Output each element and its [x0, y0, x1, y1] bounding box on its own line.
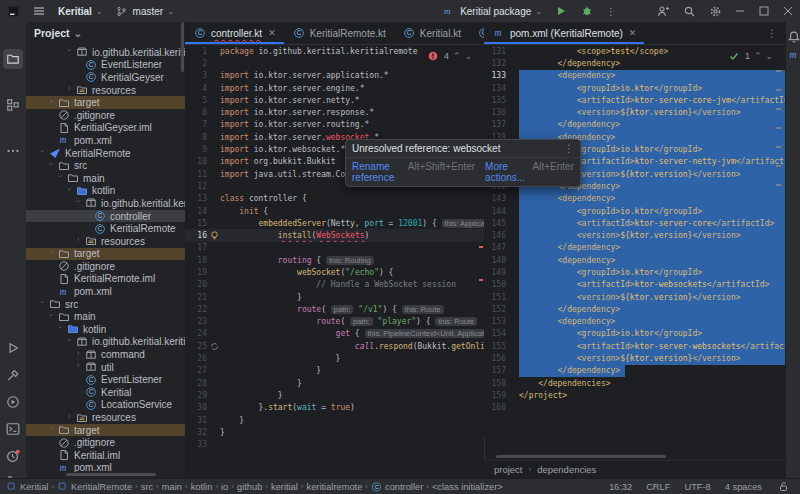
tree-item[interactable]: Keritial.iml — [26, 449, 185, 462]
code-line[interactable]: 7import io.ktor.server.routing.* — [185, 119, 484, 131]
status-breadcrumb-item[interactable]: src — [141, 482, 153, 492]
tree-item[interactable]: util — [26, 361, 185, 374]
code-line[interactable]: 159</project> — [484, 389, 785, 401]
selection-stripe-mark[interactable] — [776, 165, 781, 167]
tooltip-action-link[interactable]: More actions... — [485, 161, 527, 183]
maximize-button[interactable] — [752, 0, 776, 22]
chevron-down-icon[interactable] — [39, 300, 49, 308]
code-line[interactable]: 26 } — [185, 352, 484, 364]
next-problem-icon[interactable]: ⌄ — [464, 51, 472, 61]
suspend-call-gutter-icon[interactable] — [209, 341, 220, 352]
tree-item[interactable]: mpom.xml — [26, 285, 185, 298]
tree-item[interactable]: target — [26, 96, 185, 109]
tree-item[interactable]: src — [26, 298, 185, 311]
xml-breadcrumb-item[interactable]: project — [494, 464, 523, 475]
close-tab-icon[interactable]: ✕ — [629, 28, 637, 38]
tree-item[interactable]: resources — [26, 411, 185, 424]
tree-vertical-scrollbar[interactable] — [181, 22, 184, 72]
editor-tab[interactable]: mpom.xml (KeritialRemote)✕ — [484, 22, 644, 44]
tooltip-action-link[interactable]: Rename reference — [352, 161, 403, 183]
prev-problem-icon[interactable]: ⌃ — [453, 51, 461, 61]
code-line[interactable]: 134 <groupId>io.ktor</groupId> — [484, 82, 785, 94]
chevron-down-icon[interactable] — [75, 199, 85, 207]
code-line[interactable]: 24 get { this: PipelineContext<Unit, App… — [185, 328, 484, 340]
run-button[interactable] — [548, 0, 574, 22]
code-with-me-button[interactable] — [650, 0, 676, 22]
encoding-widget[interactable]: UTF-8 — [684, 482, 710, 492]
selection-stripe-mark[interactable] — [776, 70, 781, 72]
tree-item[interactable]: mpom.xml — [26, 134, 185, 147]
tree-item[interactable]: CKeritial — [26, 386, 185, 399]
tool-window-button-build[interactable] — [3, 365, 23, 385]
error-stripe-mark[interactable] — [479, 279, 483, 281]
settings-button[interactable] — [702, 0, 728, 22]
selection-stripe-mark[interactable] — [776, 108, 781, 110]
code-line[interactable]: 6import io.ktor.server.response.* — [185, 106, 484, 118]
unlock-icon[interactable] — [776, 480, 790, 494]
status-breadcrumb-item[interactable]: keritial — [271, 482, 298, 492]
indent-widget[interactable]: 4 spaces — [725, 482, 762, 492]
run-configuration-widget[interactable]: mKeritial package⌄ — [436, 0, 548, 22]
chevron-right-icon[interactable] — [66, 86, 76, 94]
project-panel-header[interactable]: Project⌄ — [26, 22, 185, 44]
code-line[interactable]: 19 webSocket("/echo") { — [185, 266, 484, 278]
code-line[interactable]: 146 <version>${ktor.version}</version> — [484, 229, 785, 241]
editor-tab[interactable]: CKeritial.kt — [394, 22, 469, 44]
code-line[interactable]: 137 </dependency> — [484, 119, 785, 131]
chevron-down-icon[interactable] — [57, 325, 67, 333]
chevron-down-icon[interactable] — [66, 338, 76, 346]
code-line[interactable]: 25 call.respond(Bukkit.getOnlinePlayers — [185, 340, 484, 352]
code-line[interactable]: 160 — [484, 402, 785, 414]
chevron-down-icon[interactable] — [66, 187, 76, 195]
code-line[interactable]: 136 <version>${ktor.version}</version> — [484, 106, 785, 118]
code-line[interactable]: 27 } — [185, 365, 484, 377]
code-line[interactable]: 154 <groupId>io.ktor</groupId> — [484, 328, 785, 340]
status-breadcrumb-item[interactable]: keritialremote — [307, 482, 363, 492]
tree-item[interactable]: mpom.xml — [26, 462, 185, 472]
code-line[interactable]: 157 </dependency> — [484, 365, 785, 377]
code-line[interactable]: 21 } — [185, 291, 484, 303]
tool-window-button-profiler[interactable] — [3, 446, 23, 466]
code-line[interactable]: 133 <dependency> — [484, 70, 785, 82]
chevron-right-icon[interactable] — [66, 414, 76, 422]
tab-options-kebab[interactable]: ⋮ — [759, 22, 785, 44]
tool-window-button-maven[interactable]: m — [784, 45, 800, 65]
inspections-widget[interactable]: 4 ⌃ ⌄ — [422, 48, 476, 64]
chevron-right-icon[interactable] — [48, 250, 58, 258]
tree-item[interactable]: CLocationService — [26, 399, 185, 412]
tree-item[interactable]: KeritialGeyser.iml — [26, 122, 185, 135]
tool-window-button-services[interactable] — [3, 392, 23, 412]
code-line[interactable]: 148 <dependency> — [484, 254, 785, 266]
code-line[interactable]: 15 embeddedServer(Netty, port = 12001) {… — [185, 217, 484, 229]
code-line[interactable]: 151 <version>${ktor.version}</version> — [484, 291, 785, 303]
editor-horizontal-scrollbar[interactable] — [496, 455, 666, 458]
left-editor-code-area[interactable]: 1package io.github.keritial.keritialremo… — [185, 45, 484, 478]
code-line[interactable]: 4import io.ktor.server.engine.* — [185, 82, 484, 94]
selection-stripe-mark[interactable] — [776, 127, 781, 129]
tree-item[interactable]: main — [26, 310, 185, 323]
code-line[interactable]: 153 <dependency> — [484, 316, 785, 328]
editor-tab[interactable]: CKeritialRemote.kt — [284, 22, 394, 44]
status-breadcrumb-item[interactable]: io — [221, 482, 228, 492]
code-line[interactable]: 23 route( path: "player") { this: Route — [185, 316, 484, 328]
code-line[interactable]: 17 — [185, 242, 484, 254]
next-problem-icon[interactable]: ⌄ — [765, 51, 773, 61]
tree-item[interactable]: .gitignore — [26, 109, 185, 122]
chevron-right-icon[interactable] — [48, 99, 58, 107]
tree-item[interactable]: command — [26, 348, 185, 361]
tree-item[interactable]: src — [26, 159, 185, 172]
kebab-icon[interactable]: ⋮ — [564, 143, 574, 154]
tree-item[interactable]: kotlin — [26, 323, 185, 336]
code-line[interactable]: 155 <artifactId>ktor-server-websockets</… — [484, 340, 785, 352]
selection-stripe-mark[interactable] — [776, 89, 781, 91]
code-line[interactable]: 158 </dependencies> — [484, 377, 785, 389]
code-line[interactable]: 29 } — [185, 389, 484, 401]
tree-item[interactable]: KeritialRemote.iml — [26, 273, 185, 286]
tool-window-button-more[interactable] — [3, 141, 23, 161]
more-actions-button[interactable]: ⋮ — [600, 0, 622, 22]
chevron-right-icon[interactable] — [48, 426, 58, 434]
tree-item[interactable]: CKeritialGeyser — [26, 71, 185, 84]
intention-bulb-icon[interactable] — [209, 230, 220, 241]
tree-item[interactable]: kotlin — [26, 185, 185, 198]
tree-item[interactable]: target — [26, 424, 185, 437]
